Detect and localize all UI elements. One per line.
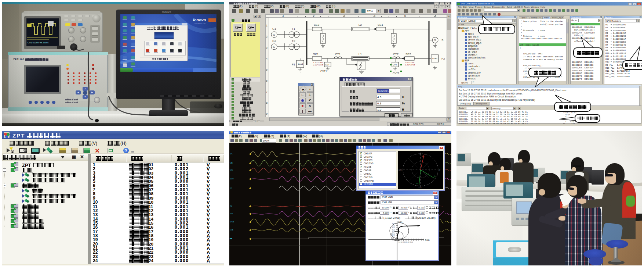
svg-text:VC: VC xyxy=(416,182,419,185)
svg-text:2.2041iAB: 2.2041iAB xyxy=(313,64,323,66)
svg-text:F2: F2 xyxy=(441,57,445,60)
svg-text:CT2: CT2 xyxy=(393,53,399,56)
svg-text:Load: Load xyxy=(298,63,303,65)
svg-text:T2: T2 xyxy=(292,39,295,43)
svg-text:CT1: CT1 xyxy=(335,53,341,56)
svg-text:90: 90 xyxy=(419,153,421,155)
svg-text:2.2041iAB: 2.2041iAB xyxy=(405,64,415,66)
svg-text:180: 180 xyxy=(399,169,402,171)
svg-text:G: G xyxy=(273,33,275,36)
svg-text:IA: IA xyxy=(434,175,436,177)
svg-text:Load: Load xyxy=(432,57,437,60)
svg-text:SE3: SE3 xyxy=(314,23,320,26)
svg-text:SE2: SE2 xyxy=(405,53,411,56)
svg-text:15.0: 15.0 xyxy=(392,233,395,235)
svg-text:L1: L1 xyxy=(359,53,362,56)
svg-text:0: 0 xyxy=(439,169,440,171)
svg-text:SK1: SK1 xyxy=(313,53,319,56)
svg-text:SE1: SE1 xyxy=(378,23,383,26)
svg-text:F1: F1 xyxy=(292,63,295,66)
svg-text:CVT: CVT xyxy=(325,64,330,66)
svg-text:L2: L2 xyxy=(359,23,362,26)
svg-text:CVT1: CVT1 xyxy=(320,70,327,72)
svg-text:30.0: 30.0 xyxy=(392,227,395,229)
svg-text:VA: VA xyxy=(422,155,425,157)
svg-text:S: S xyxy=(441,39,443,42)
svg-text:270: 270 xyxy=(418,186,422,189)
svg-text:25.0: 25.0 xyxy=(392,229,395,231)
svg-text:G2: G2 xyxy=(272,39,276,43)
svg-text:CVT: CVT xyxy=(393,64,397,66)
svg-text:T1: T1 xyxy=(292,27,295,31)
svg-text:CVT2: CVT2 xyxy=(393,72,399,75)
svg-text:G: G xyxy=(273,46,275,48)
svg-text:R(Ω): R(Ω) xyxy=(425,239,430,241)
svg-text:5.0 10 15 20 25 30 35 40: 5.0 10 15 20 25 30 35 40 xyxy=(399,242,413,243)
svg-text:S: S xyxy=(434,39,436,42)
svg-text:G1: G1 xyxy=(272,27,276,31)
